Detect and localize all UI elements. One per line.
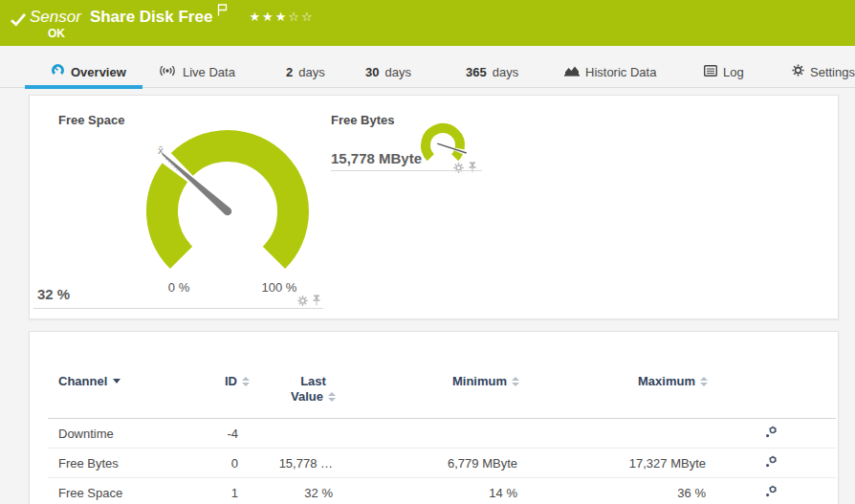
column-header-id[interactable]: ID [211, 374, 250, 388]
log-list-icon [704, 65, 717, 79]
channel-maximum: 17,327 MByte [519, 456, 708, 471]
sort-desc-icon [113, 379, 121, 383]
column-header-maximum[interactable]: Maximum [519, 374, 708, 388]
tab-2-days[interactable]: 2days [286, 62, 325, 81]
broadcast-icon [158, 64, 177, 80]
tab-30-days[interactable]: 30days [365, 62, 411, 81]
channel-name: Free Space [48, 486, 211, 500]
sort-icon [512, 377, 519, 386]
tab-live-data[interactable]: Live Data [158, 62, 235, 81]
column-header-minimum[interactable]: Minimum [336, 374, 519, 388]
free-space-gauge: x̄ [132, 116, 323, 307]
channel-settings-icon[interactable] [764, 457, 778, 471]
channel-id: 1 [211, 486, 250, 500]
sensor-title: Share Disk Free [90, 8, 213, 27]
table-row: Free Bytes 0 15,778 … 6,779 MByte 17,327… [48, 449, 836, 478]
priority-stars[interactable]: ★★★☆☆ [249, 10, 314, 24]
sort-icon [700, 377, 708, 386]
channel-id: -4 [211, 427, 250, 441]
free-bytes-title: Free Bytes [331, 113, 394, 127]
sensor-type-label: Sensor [30, 8, 81, 27]
channel-name: Downtime [48, 427, 211, 441]
free-space-title: Free Space [58, 113, 124, 127]
tab-bar: Overview Live Data 2days 30days 365days … [0, 46, 855, 95]
sort-icon [328, 392, 336, 402]
tab-365-days[interactable]: 365days [466, 62, 518, 81]
gear-icon [792, 64, 804, 79]
channel-id: 0 [211, 456, 250, 471]
tab-log[interactable]: Log [704, 62, 744, 81]
table-header-row: Channel ID Last Value Minimum Maximum [48, 374, 836, 419]
widget-pin-icon[interactable] [468, 160, 477, 177]
channel-minimum: 6,779 MByte [336, 456, 519, 471]
channel-last-value: 15,778 … [250, 456, 336, 471]
tab-overview[interactable]: Overview [51, 62, 126, 81]
sensor-header: Sensor Share Disk Free ★★★☆☆ OK [0, 0, 855, 46]
widget-divider [331, 170, 482, 171]
area-chart-icon [564, 64, 580, 79]
gauge-icon [51, 63, 65, 80]
channel-last-value: 32 % [250, 486, 336, 500]
channel-maximum: 36 % [519, 486, 708, 500]
tab-historic-data[interactable]: Historic Data [564, 62, 656, 81]
channel-settings-icon[interactable] [764, 427, 778, 442]
flag-icon[interactable] [217, 3, 228, 20]
widget-gear-icon[interactable] [453, 160, 464, 177]
column-header-last-value[interactable]: Last Value [250, 374, 336, 405]
channel-minimum: 14 % [336, 486, 519, 500]
channel-name: Free Bytes [48, 456, 211, 471]
gauges-panel: Free Space x̄ 0 % 100 % 32 % Free Bytes … [29, 95, 839, 319]
table-row: Downtime -4 [48, 419, 836, 449]
status-ok-check-icon [10, 12, 27, 31]
column-header-channel[interactable]: Channel [48, 374, 211, 388]
channel-settings-icon[interactable] [764, 487, 778, 501]
active-tab-underline [25, 85, 142, 89]
widget-divider [33, 308, 323, 309]
table-row: Free Space 1 32 % 14 % 36 % [48, 478, 836, 504]
tab-settings[interactable]: Settings [792, 62, 855, 81]
gauge-scale-min: 0 % [150, 280, 208, 295]
channels-panel: Channel ID Last Value Minimum Maximum Do… [29, 331, 839, 504]
sort-icon [242, 377, 250, 386]
sensor-status-text: OK [48, 27, 65, 40]
free-bytes-value: 15,778 MByte [331, 150, 422, 166]
free-space-value: 32 % [37, 286, 70, 302]
